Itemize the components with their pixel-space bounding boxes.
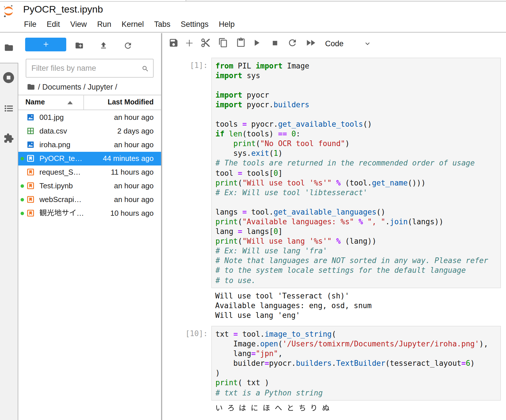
restart-run-all-button[interactable] [305, 37, 317, 49]
scissors-icon [200, 38, 211, 48]
upload-button[interactable] [99, 41, 108, 49]
file-modified: 10 hours ago [110, 206, 154, 220]
cjk-glyph [251, 404, 258, 411]
play-icon [251, 38, 262, 48]
image-file-icon [27, 114, 34, 121]
search-icon [142, 65, 149, 72]
refresh-button[interactable] [123, 41, 132, 49]
run-cell-button[interactable] [251, 37, 262, 49]
running-kernel-indicator [20, 157, 24, 160]
new-folder-button[interactable] [75, 41, 84, 49]
jupyter-logo-icon [4, 5, 13, 17]
cell-input-area[interactable]: from PIL import Image import sys import … [212, 58, 501, 288]
menu-item-edit[interactable]: Edit [42, 18, 65, 31]
cut-cells-button[interactable] [200, 37, 211, 49]
active-tab-remnant [0, 0, 186, 1]
file-row[interactable]: Test.ipynban hour ago [18, 179, 161, 193]
file-row[interactable]: request_S…11 hours ago [18, 165, 161, 179]
file-modified: an hour ago [114, 138, 154, 152]
cell-execution-prompt: [1]: [190, 60, 208, 70]
copy-cells-button[interactable] [217, 37, 229, 49]
upload-icon [99, 41, 108, 50]
copy-icon [218, 38, 228, 48]
file-row[interactable]: …10 hours ago [18, 206, 161, 220]
cell-type-dropdown[interactable]: Code [325, 39, 344, 48]
cjk-glyph [263, 404, 270, 411]
cjk-glyph [286, 404, 294, 411]
stop-circle-icon [3, 72, 15, 83]
cell-input-area[interactable]: txt = tool.image_to_string( Image.open('… [212, 326, 501, 401]
save-button[interactable] [168, 37, 179, 49]
file-name: webScrapi… [39, 193, 81, 206]
running-kernel-indicator [20, 184, 24, 188]
save-icon [168, 38, 179, 48]
menu-item-settings[interactable]: Settings [176, 18, 214, 31]
running-kernel-indicator [20, 198, 24, 201]
puzzle-icon [3, 133, 14, 143]
jupyterlab-window: PyOCR_test.ipynb File Edit View Run Kern… [0, 0, 506, 420]
paste-cells-button[interactable] [235, 37, 246, 49]
menu-item-run[interactable]: Run [92, 18, 117, 31]
menu-item-tabs[interactable]: Tabs [149, 18, 176, 31]
stop-icon [270, 38, 280, 48]
file-row[interactable]: iroha.pngan hour ago [18, 138, 161, 152]
sidebar-tab-table-of-contents[interactable] [0, 105, 17, 112]
new-folder-icon [75, 41, 84, 50]
file-row[interactable]: PyOCR_te…44 minutes ago [18, 152, 161, 165]
menu-item-kernel[interactable]: Kernel [117, 18, 149, 31]
notebook-file-icon [27, 182, 34, 189]
file-browser: / Documents / Jupyter / Name Last Modifi… [18, 33, 161, 420]
file-name: request_S… [39, 165, 81, 179]
sidebar-tab-running[interactable] [0, 72, 17, 83]
column-header-last-modified[interactable]: Last Modified [108, 95, 154, 110]
file-row[interactable]: webScrapi…an hour ago [18, 193, 161, 206]
cell-source-code[interactable]: txt = tool.image_to_string( Image.open('… [212, 327, 500, 400]
column-header-name[interactable]: Name [25, 95, 45, 110]
refresh-icon [123, 41, 132, 50]
sidebar-tab-strip [0, 62, 18, 420]
restart-kernel-button[interactable] [287, 37, 298, 49]
file-row[interactable]: data.csv2 days ago [18, 124, 161, 138]
file-name: PyOCR_te… [39, 152, 82, 165]
sort-ascending-icon [67, 101, 73, 104]
file-name: 001.jpg [39, 110, 64, 124]
cjk-glyph [322, 404, 330, 411]
cjk-glyph [275, 404, 282, 411]
file-name: … [39, 206, 84, 220]
chevron-down-icon[interactable] [364, 40, 371, 47]
notebook-cells: [1]:from PIL import Image import sys imp… [212, 58, 501, 419]
stop-kernel-button[interactable] [269, 37, 281, 49]
insert-cell-button[interactable] [184, 37, 195, 49]
image-file-icon [27, 141, 34, 148]
menu-item-help[interactable]: Help [214, 18, 240, 31]
sidebar-tab-file-browser[interactable] [0, 33, 18, 62]
plus-icon [184, 37, 195, 48]
file-list: 001.jpgan hour ago data.csv2 days ago ir… [18, 110, 161, 220]
app-header: PyOCR_test.ipynb File Edit View Run Kern… [0, 2, 506, 32]
notebook-file-icon [27, 209, 34, 217]
code-cell: [10]:txt = tool.image_to_string( Image.o… [212, 326, 501, 413]
menu-item-view[interactable]: View [65, 18, 92, 31]
cjk-glyph [298, 404, 306, 411]
breadcrumb[interactable]: / Documents / Jupyter / [27, 82, 117, 92]
breadcrumb-path[interactable]: / Documents / Jupyter / [38, 83, 117, 91]
running-kernel-indicator [20, 211, 24, 215]
sidebar-tab-extensions[interactable] [0, 133, 17, 143]
cjk-glyph [239, 404, 246, 411]
plus-icon [42, 41, 49, 48]
menu-item-file[interactable]: File [19, 18, 42, 31]
filter-input[interactable] [31, 59, 140, 77]
cjk-glyph [310, 404, 318, 411]
cell-source-code[interactable]: from PIL import Image import sys import … [212, 58, 500, 288]
sidebar [0, 33, 18, 420]
file-row[interactable]: 001.jpgan hour ago [18, 110, 161, 124]
file-modified: 2 days ago [117, 124, 154, 138]
file-name: Test.ipynb [39, 179, 73, 193]
menu-bar: File Edit View Run Kernel Tabs Settings … [19, 18, 240, 31]
notebook-panel: Code [1]:from PIL import Image import sy… [162, 33, 506, 420]
cell-output [215, 403, 501, 413]
new-launcher-button[interactable] [25, 38, 66, 51]
cjk-glyph [69, 209, 77, 216]
cjk-glyph [62, 209, 69, 216]
file-name: data.csv [39, 124, 67, 138]
